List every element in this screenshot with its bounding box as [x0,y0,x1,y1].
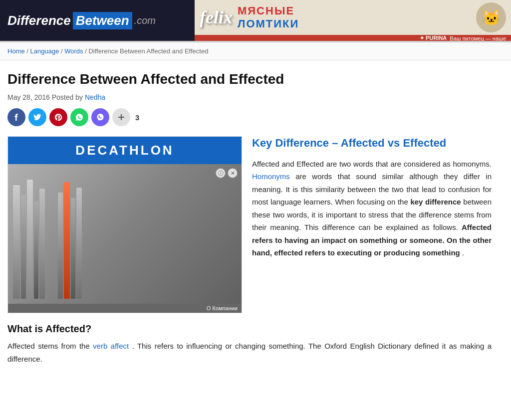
what-is-affected-heading: What is Affected? [7,323,492,335]
felix-cat-image: 🐱 [476,2,506,32]
ad-info-button[interactable]: ⓘ [216,168,226,178]
breadcrumb-current: Difference Between Affected and Effected [88,47,208,55]
ad-footer: О Компании [8,304,242,313]
purina-bar: ✦ PURINA Ваш питомец — наше [195,35,511,41]
homonyms-link[interactable]: Homonyms [252,172,290,181]
page-title: Difference Between Affected and Effected [7,70,492,88]
pinterest-share-button[interactable] [49,108,67,126]
content-row: DECATHLON [7,136,492,313]
breadcrumb-sep1: / [26,47,30,55]
key-diff-heading: Key Difference – Affected vs Effected [252,136,492,151]
whatsapp-share-button[interactable] [70,108,88,126]
post-date: May 28, 2016 [7,93,50,101]
what-is-affected-body: Affected stems from the verb affect . Th… [7,340,492,365]
logo-com: .com [134,15,156,26]
ad-controls: ⓘ ✕ [216,168,238,178]
article-key-diff: Key Difference – Affected vs Effected Af… [252,136,492,313]
social-share-count: 3 [135,113,139,122]
felix-logo: felix [200,7,233,28]
breadcrumb: Home / Language / Words / Difference Bet… [0,42,511,60]
felix-text: МЯСНЫЕ ЛОМТИКИ [238,4,299,30]
viber-share-button[interactable] [91,108,109,126]
felix-ad[interactable]: felix МЯСНЫЕ ЛОМТИКИ 🐱 [195,0,511,35]
key-diff-bold1: key difference [410,198,461,206]
author-link[interactable]: Nedha [85,93,105,101]
ad-close-button[interactable]: ✕ [228,168,238,178]
left-ad[interactable]: DECATHLON [7,136,242,313]
main-content: Difference Between Affected and Effected… [0,60,499,375]
logo-between: Between [73,12,132,29]
add-social-button[interactable] [112,108,130,126]
social-share-bar: 3 [7,108,492,126]
breadcrumb-home[interactable]: Home [7,47,25,55]
post-meta: May 28, 2016 Posted by Nedha [7,93,492,101]
ad-brand-header: DECATHLON [8,137,242,164]
breadcrumb-words[interactable]: Words [64,47,83,55]
what-body-1: Affected stems from the [7,342,90,350]
key-diff-text1: Affected and Effected are two words that… [252,160,492,168]
logo-area[interactable]: Difference Between .com [0,0,195,41]
key-diff-body: Affected and Effected are two words that… [252,158,492,259]
header-ad: felix МЯСНЫЕ ЛОМТИКИ 🐱 ✦ PURINA Ваш пито… [195,0,511,41]
logo-difference: Difference [7,13,71,28]
felix-line1: МЯСНЫЕ [238,4,299,17]
purina-text: ✦ PURINA [420,35,447,41]
felix-line2: ЛОМТИКИ [238,17,299,30]
ad-product-image: ⓘ ✕ [8,164,242,304]
purina-slogan: Ваш питомец — наше [450,35,506,41]
facebook-share-button[interactable] [7,108,25,126]
verb-affect-link[interactable]: verb affect [93,342,129,350]
key-diff-end: . [462,248,464,257]
breadcrumb-language[interactable]: Language [30,47,59,55]
twitter-share-button[interactable] [28,108,46,126]
site-header: Difference Between .com felix МЯСНЫЕ ЛОМ… [0,0,511,42]
posted-by: Posted by [52,93,83,101]
